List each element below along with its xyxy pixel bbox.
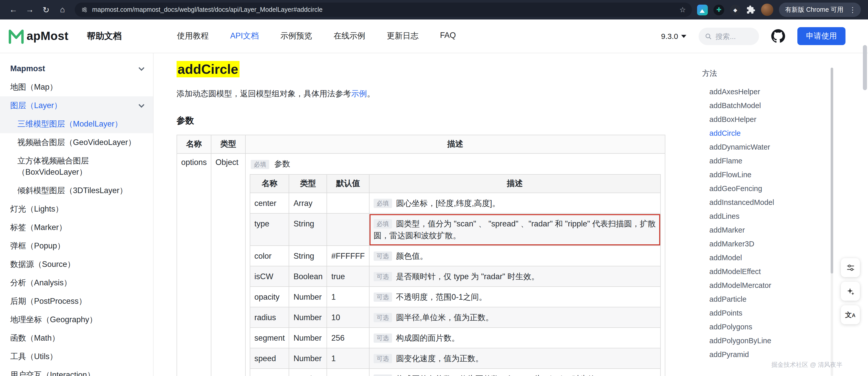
header-nav-item[interactable]: 示例预览 (280, 31, 312, 41)
extension-icon-2[interactable]: ✚ (713, 4, 724, 15)
param-row: segmentNumber256可选构成圆的面片数。 (250, 327, 660, 348)
sidebar-item-label: 数据源（Source） (10, 259, 75, 270)
toc-item[interactable]: addMarker3D (702, 237, 868, 251)
sidebar-item[interactable]: 地理坐标（Geography） (0, 311, 153, 329)
sidebar-item-label: 图层（Layer） (10, 100, 62, 111)
sidebar-root[interactable]: Mapmost (0, 59, 153, 78)
page-title: addCircle (177, 61, 665, 77)
sidebar-item[interactable]: 工具（Utils） (0, 347, 153, 366)
toc-item[interactable]: addBoxHelper (702, 112, 868, 126)
address-bar[interactable]: mapmost.com/mapmost_docs/webgl/latest/do… (75, 3, 692, 17)
toc-item[interactable]: addAxesHelper (702, 85, 868, 98)
version-label: 9.3.0 (661, 32, 678, 40)
toc-item[interactable]: addLines (702, 209, 868, 223)
browser-menu-icon[interactable]: ⋮ (847, 6, 858, 14)
header-nav-item[interactable]: FAQ (440, 31, 456, 41)
sidebar-item[interactable]: 分析（Analysis） (0, 273, 153, 292)
github-icon[interactable] (771, 29, 785, 43)
sidebar-subitem[interactable]: 立方体视频融合图层（BoxVideoLayer） (0, 152, 153, 181)
sidebar-item[interactable]: 地图（Map） (0, 78, 153, 96)
options-badge-label: 参数 (274, 159, 290, 170)
apply-button[interactable]: 申请使用 (797, 27, 845, 45)
options-row: options Object 必填 参数 名称 (177, 153, 665, 376)
site-info-icon[interactable] (81, 6, 88, 13)
mapmost-logo[interactable]: apMost (8, 28, 68, 44)
sliders-icon (846, 263, 855, 272)
refresh-icon[interactable]: ↻ (39, 3, 53, 17)
param-default-cell: 1 (327, 348, 369, 369)
sidebar-item[interactable]: 用户交互（Interaction） (0, 366, 153, 376)
required-badge: 必填 (251, 160, 269, 169)
param-name-cell: turns (250, 369, 289, 376)
example-link[interactable]: 示例 (351, 89, 367, 98)
toc-item[interactable]: addInstancedModel (702, 195, 868, 209)
intro-suffix: 。 (367, 89, 375, 98)
param-desc-cell: 可选圆半径,单位米，值为正数。 (369, 307, 660, 327)
watermark: 掘金技术社区 @ 清风夜半 (771, 360, 842, 369)
toc-item[interactable]: addPolygonByLine (702, 334, 868, 347)
sidebar-item[interactable]: 数据源（Source） (0, 255, 153, 273)
sidebar-subitem-label: 倾斜模型图层（3DTilesLayer） (18, 185, 127, 196)
sidebar-item[interactable]: 函数（Math） (0, 329, 153, 347)
options-name-cell: options (177, 153, 211, 376)
sidebar-item[interactable]: 灯光（Lights） (0, 200, 153, 218)
header-nav-item[interactable]: 更新日志 (387, 31, 418, 41)
toc-item[interactable]: addCircle (702, 126, 868, 140)
param-type-cell: String (289, 213, 327, 245)
intro-text: 添加动态圆模型，返回模型组对象，具体用法参考 (177, 89, 351, 98)
sidebar-root-label: Mapmost (10, 63, 45, 74)
sidebar-subitem[interactable]: 倾斜模型图层（3DTilesLayer） (0, 181, 153, 200)
extension-icon-3[interactable]: ◆ (730, 4, 741, 15)
search-box[interactable] (699, 27, 759, 45)
bookmark-star-icon[interactable]: ☆ (679, 6, 686, 14)
settings-fab-button[interactable] (841, 258, 860, 277)
sidebar-item-label: 地理坐标（Geography） (10, 314, 97, 325)
toc-item[interactable]: addGeoFencing (702, 181, 868, 195)
extensions-puzzle-icon[interactable] (746, 5, 755, 15)
intro-paragraph: 添加动态圆模型，返回模型组对象，具体用法参考示例。 (177, 89, 665, 99)
chrome-update-button[interactable]: 有新版 Chrome 可用 ⋮ (779, 3, 861, 17)
extension-icon-1[interactable] (697, 4, 708, 15)
sidebar-item[interactable]: 弹框（Popup） (0, 237, 153, 255)
home-icon[interactable]: ⌂ (55, 3, 70, 17)
translate-fab-button[interactable]: 文A (841, 305, 860, 324)
forward-icon[interactable]: → (23, 3, 37, 17)
toc-item[interactable]: addMarker (702, 223, 868, 237)
inner-col-type: 类型 (289, 174, 327, 193)
param-desc-text: 圆心坐标，[经度,纬度,高度]。 (396, 199, 500, 207)
toc-item[interactable]: addDynamicWater (702, 140, 868, 154)
header-nav-item[interactable]: API文档 (230, 31, 259, 41)
sidebar: Mapmost 地图（Map）图层（Layer）三维模型图层（ModelLaye… (0, 53, 154, 376)
header-nav-item[interactable]: 使用教程 (177, 31, 209, 41)
sidebar-item[interactable]: 标签（Marker） (0, 218, 153, 237)
toc-item[interactable]: addFlowLine (702, 168, 868, 181)
version-selector[interactable]: 9.3.0 (661, 32, 686, 40)
toc-item[interactable]: addFlame (702, 154, 868, 168)
translate-icon: 文A (845, 310, 856, 319)
back-icon[interactable]: ← (6, 3, 21, 17)
toc-item[interactable]: addPyramid (702, 347, 868, 361)
page-scrollbar-thumb[interactable] (863, 45, 867, 90)
param-row: radiusNumber10可选圆半径,单位米，值为正数。 (250, 307, 660, 327)
sidebar-item[interactable]: 后期（PostProcess） (0, 292, 153, 311)
param-row: centerArray必填圆心坐标，[经度,纬度,高度]。 (250, 193, 660, 213)
params-heading: 参数 (177, 115, 665, 126)
options-type-cell: Object (211, 153, 245, 376)
profile-avatar[interactable] (761, 4, 773, 16)
main-nav: 使用教程API文档示例预览在线示例更新日志FAQ (177, 31, 456, 41)
search-input[interactable] (715, 32, 751, 40)
sidebar-item[interactable]: 图层（Layer） (0, 96, 153, 115)
toc-scrollbar-thumb[interactable] (831, 68, 833, 273)
param-desc-text: 不透明度，范围0-1之间。 (396, 292, 487, 301)
param-type-cell: Number (289, 327, 327, 348)
header-nav-item[interactable]: 在线示例 (334, 31, 365, 41)
param-default-cell: 256 (327, 327, 369, 348)
toc-item[interactable]: addBatchModel (702, 98, 868, 112)
sidebar-subitem[interactable]: 三维模型图层（ModelLayer） (0, 115, 153, 133)
param-type-cell: Array (289, 193, 327, 213)
sidebar-item-label: 标签（Marker） (10, 222, 66, 233)
site-header: apMost 帮助文档 使用教程API文档示例预览在线示例更新日志FAQ 9.3… (0, 20, 868, 53)
sidebar-subitem[interactable]: 视频融合图层（GeoVideoLayer） (0, 133, 153, 152)
param-default-cell (327, 213, 369, 245)
ai-assistant-fab-button[interactable] (841, 282, 860, 301)
